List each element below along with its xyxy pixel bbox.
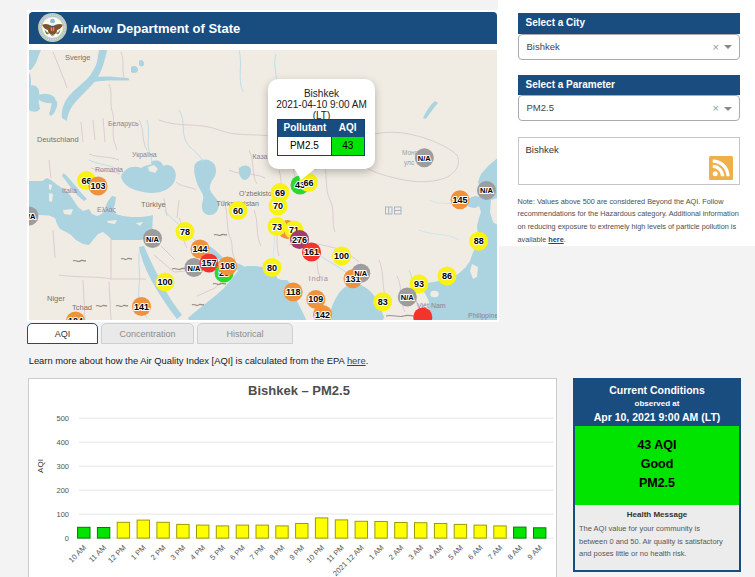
svg-text:4 PM: 4 PM <box>188 544 207 563</box>
svg-text:10 PM: 10 PM <box>304 544 326 566</box>
svg-text:69: 69 <box>274 188 284 198</box>
svg-text:Україна: Україна <box>132 151 157 159</box>
svg-text:103: 103 <box>90 181 105 191</box>
svg-text:200: 200 <box>56 486 69 495</box>
svg-text:Romania: Romania <box>95 166 123 173</box>
svg-text:157: 157 <box>201 258 216 268</box>
svg-text:161: 161 <box>303 247 318 257</box>
svg-text:N/A: N/A <box>354 269 368 278</box>
svg-text:88: 88 <box>473 236 483 246</box>
svg-text:Philippine: Philippine <box>468 312 498 320</box>
svg-text:6 AM: 6 AM <box>466 544 484 562</box>
svg-text:83: 83 <box>377 297 387 307</box>
svg-text:12 PM: 12 PM <box>106 544 128 566</box>
svg-text:5 AM: 5 AM <box>446 544 464 562</box>
svg-text:улс: улс <box>404 159 415 167</box>
svg-text:9 PM: 9 PM <box>287 544 306 563</box>
svg-text:N/A: N/A <box>480 186 494 195</box>
svg-text:4 AM: 4 AM <box>427 544 445 562</box>
svg-text:73: 73 <box>271 222 281 232</box>
svg-text:8 AM: 8 AM <box>506 544 524 562</box>
svg-text:O’zbekiston: O’zbekiston <box>239 190 276 197</box>
svg-text:3 PM: 3 PM <box>169 544 188 563</box>
svg-text:India: India <box>308 274 328 283</box>
svg-text:100: 100 <box>157 277 172 287</box>
svg-text:100: 100 <box>333 251 348 261</box>
svg-text:N/A: N/A <box>29 212 36 221</box>
svg-text:10 AM: 10 AM <box>67 544 88 565</box>
svg-text:0: 0 <box>65 534 69 543</box>
svg-text:118: 118 <box>285 287 300 297</box>
svg-text:N/A: N/A <box>146 235 160 244</box>
svg-text:142: 142 <box>315 310 330 320</box>
svg-text:60: 60 <box>232 206 242 216</box>
svg-text:109: 109 <box>308 294 323 304</box>
svg-text:Беларусь: Беларусь <box>108 120 139 128</box>
svg-text:1 AM: 1 AM <box>367 544 385 562</box>
svg-text:276: 276 <box>291 235 306 245</box>
svg-text:144: 144 <box>192 244 207 254</box>
svg-text:145: 145 <box>452 195 467 205</box>
svg-text:400: 400 <box>56 438 69 447</box>
svg-text:11 AM: 11 AM <box>87 544 108 565</box>
svg-text:2 AM: 2 AM <box>387 544 405 562</box>
svg-text:1 PM: 1 PM <box>129 544 148 563</box>
svg-text:78: 78 <box>179 227 189 237</box>
svg-text:Sverige: Sverige <box>65 53 90 62</box>
svg-text:Bishkek – PM2.5: Bishkek – PM2.5 <box>248 383 350 398</box>
svg-text:500: 500 <box>56 414 69 423</box>
svg-text:80: 80 <box>266 263 276 273</box>
svg-text:Ελλάς: Ελλάς <box>97 206 117 214</box>
svg-text:N/A: N/A <box>417 154 431 163</box>
svg-text:70: 70 <box>272 201 282 211</box>
svg-text:3 AM: 3 AM <box>407 544 425 562</box>
svg-text:5 PM: 5 PM <box>208 544 227 563</box>
svg-text:108: 108 <box>219 261 234 271</box>
svg-text:100: 100 <box>56 510 69 519</box>
svg-text:8 PM: 8 PM <box>268 544 287 563</box>
svg-text:Tchad: Tchad <box>72 303 92 312</box>
svg-text:AQI: AQI <box>36 460 45 474</box>
svg-text:141: 141 <box>133 302 148 312</box>
svg-text:Türkiye: Türkiye <box>141 200 166 209</box>
svg-text:300: 300 <box>56 462 69 471</box>
svg-text:Deutschland: Deutschland <box>37 135 79 144</box>
svg-text:86: 86 <box>441 271 451 281</box>
svg-text:7 AM: 7 AM <box>486 544 504 562</box>
svg-text:2 PM: 2 PM <box>149 544 168 563</box>
svg-text:9 AM: 9 AM <box>526 544 544 562</box>
svg-text:Italia: Italia <box>62 187 77 194</box>
svg-text:93: 93 <box>413 279 423 289</box>
svg-text:Niger: Niger <box>47 294 65 303</box>
svg-text:N/A: N/A <box>187 264 201 273</box>
svg-text:N/A: N/A <box>400 293 414 302</box>
svg-text:7 PM: 7 PM <box>248 544 267 563</box>
svg-text:6 PM: 6 PM <box>228 544 247 563</box>
svg-text:104: 104 <box>67 316 82 320</box>
